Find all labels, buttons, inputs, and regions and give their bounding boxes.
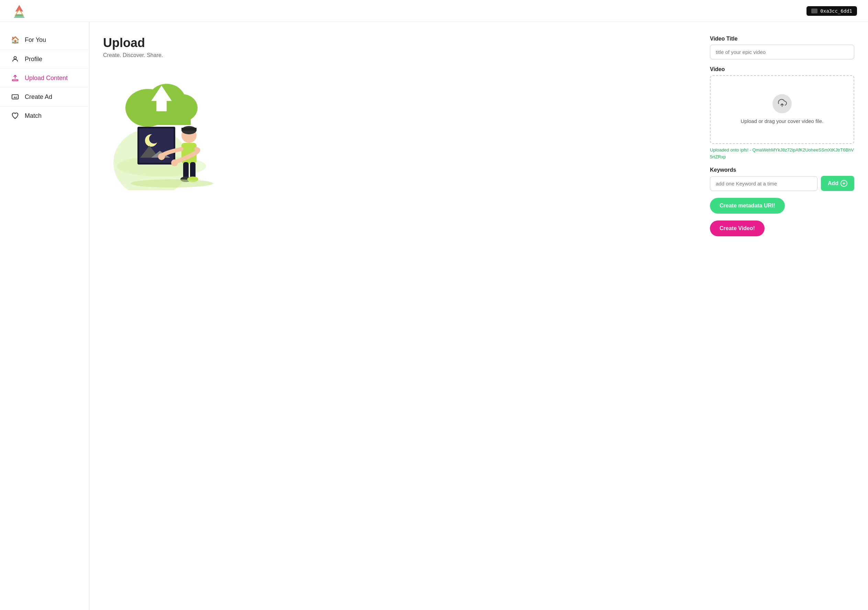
create-metadata-label: Create metadata URI! [719,203,775,209]
sidebar-item-match[interactable]: Match [0,107,89,125]
logo-icon [11,3,28,19]
svg-point-19 [149,134,159,144]
video-label: Video [710,66,854,73]
home-icon: 🏠 [11,36,19,44]
upload-icon [11,74,19,82]
sidebar-label-match: Match [25,112,42,119]
profile-icon [11,55,19,63]
upload-cloud-icon [772,94,792,113]
svg-rect-24 [181,128,197,130]
ad-icon: Ad [11,93,19,101]
plus-icon: + [840,180,847,187]
wallet-address: 0xa3cc_6dd1 [820,8,852,14]
sidebar-item-create-ad[interactable]: Ad Create Ad [0,88,89,107]
wallet-badge[interactable]: 0xa3cc_6dd1 [806,6,857,16]
page-subtitle: Create. Discover. Share. [103,52,689,58]
video-title-field: Video Title [710,36,854,59]
create-metadata-button[interactable]: Create metadata URI! [710,198,785,214]
sidebar-label-upload-content: Upload Content [25,74,68,82]
wallet-icon [811,9,817,13]
main-content: Upload Create. Discover. Share. [89,22,868,610]
sidebar-label-for-you: For You [25,36,46,43]
header: 0xa3cc_6dd1 [0,0,868,22]
upload-illustration [103,67,220,190]
svg-point-27 [171,159,178,166]
svg-text:Ad: Ad [13,96,17,99]
page-title: Upload [103,36,689,50]
ipfs-link: Uploaded onto ipfs! - QmaWehMYkJ8z72ipAf… [710,147,854,160]
svg-rect-6 [12,80,18,81]
video-upload-zone[interactable]: Upload or drag your cover video file. [710,75,854,144]
upload-zone-text: Upload or drag your cover video file. [741,118,824,125]
logo [11,3,28,19]
sidebar-item-upload-content[interactable]: Upload Content [0,69,89,88]
sidebar: 🏠 For You Profile Upload Content [0,22,89,610]
video-title-label: Video Title [710,36,854,42]
match-icon [11,112,19,119]
sidebar-label-create-ad: Create Ad [25,93,52,101]
keywords-row: Add + [710,176,854,191]
keywords-label: Keywords [710,167,854,173]
app-layout: 🏠 For You Profile Upload Content [0,22,868,610]
add-button-label: Add [828,180,839,186]
sidebar-label-profile: Profile [25,56,42,63]
add-keyword-button[interactable]: Add + [821,176,854,191]
create-video-button[interactable]: Create Video! [710,220,764,236]
video-upload-field: Video Upload or drag your cover video fi… [710,66,854,160]
video-title-input[interactable] [710,45,854,59]
create-metadata-section: Create metadata URI! [710,198,854,214]
svg-point-32 [130,179,213,187]
sidebar-item-for-you[interactable]: 🏠 For You [0,30,89,50]
keywords-field: Keywords Add + [710,167,854,191]
illustration-svg [103,67,220,190]
svg-point-5 [14,57,16,59]
create-video-label: Create Video! [719,225,755,231]
right-panel: Video Title Video Upload or drag your co… [710,36,854,596]
keyword-input[interactable] [710,176,817,191]
svg-point-26 [158,153,165,160]
sidebar-item-profile[interactable]: Profile [0,50,89,69]
create-video-section: Create Video! [710,220,854,236]
left-panel: Upload Create. Discover. Share. [103,36,689,596]
